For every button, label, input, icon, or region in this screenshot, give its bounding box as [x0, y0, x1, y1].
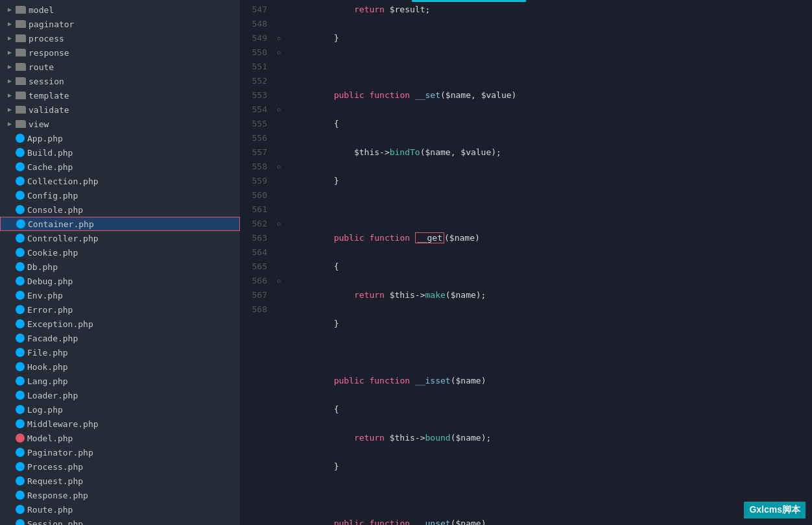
fold-arrow[interactable]: ◇ [272, 217, 285, 231]
editor-topbar [240, 0, 812, 3]
code-line-550: public function __set($name, $value) [293, 88, 812, 103]
sidebar-item-route[interactable]: route [0, 60, 240, 74]
line-num: 558 [240, 160, 267, 174]
sidebar-item-error-php[interactable]: Error.php [0, 302, 240, 317]
sidebar-item-build-php[interactable]: Build.php [0, 145, 240, 160]
sidebar-item-process[interactable]: process [0, 31, 240, 45]
sidebar-item-paginator-php[interactable]: Paginator.php [0, 445, 240, 459]
line-num: 559 [240, 174, 267, 188]
line-num: 547 [240, 3, 267, 17]
code-line-548: } [293, 31, 812, 45]
line-num: 560 [240, 188, 267, 202]
file-icon [16, 376, 25, 385]
fold-arrow[interactable]: ◇ [272, 160, 285, 174]
sidebar-item-cookie-php[interactable]: Cookie.php [0, 245, 240, 260]
sidebar-item-template[interactable]: template [0, 88, 240, 103]
sidebar-item-process-php[interactable]: Process.php [0, 459, 240, 474]
line-num: 553 [240, 88, 267, 103]
sidebar-item-debug-php[interactable]: Debug.php [0, 274, 240, 288]
sidebar-item-session-php[interactable]: Session.php [0, 517, 240, 525]
sidebar-item-exception-php[interactable]: Exception.php [0, 317, 240, 331]
line-num: 551 [240, 60, 267, 74]
sidebar-item-label: Model.php [27, 433, 73, 443]
sidebar-item-label: response [29, 48, 69, 58]
expand-arrow [5, 62, 14, 71]
sidebar-item-container-php[interactable]: Container.php [0, 217, 240, 231]
line-num: 566 [240, 274, 267, 288]
fold-arrow[interactable]: ◇ [272, 103, 285, 117]
sidebar-item-label: Controller.php [27, 234, 99, 243]
sidebar-item-cache-php[interactable]: Cache.php [0, 160, 240, 174]
sidebar-item-controller-php[interactable]: Controller.php [0, 231, 240, 245]
file-icon [16, 291, 25, 300]
sidebar-item-model-php[interactable]: Model.php [0, 431, 240, 445]
sidebar-item-label: Error.php [27, 305, 73, 315]
file-icon [16, 177, 25, 186]
sidebar-item-label: Request.php [27, 476, 83, 486]
sidebar-item-log-php[interactable]: Log.php [0, 402, 240, 417]
fold-arrow[interactable]: ◇ [272, 31, 285, 45]
sidebar-item-label: session [29, 77, 64, 86]
file-icon [16, 448, 25, 457]
sidebar-item-db-php[interactable]: Db.php [0, 260, 240, 274]
sidebar-item-label: paginator [29, 19, 74, 29]
sidebar-item-validate[interactable]: validate [0, 103, 240, 117]
file-icon [16, 362, 25, 371]
sidebar-item-label: model [29, 5, 54, 15]
sidebar-item-app-php[interactable]: App.php [0, 131, 240, 145]
sidebar-item-label: process [29, 34, 64, 43]
code-line-549 [293, 60, 812, 74]
fold-arrow[interactable]: ◇ [272, 45, 285, 60]
sidebar-item-label: Hook.php [27, 362, 68, 372]
folder-icon [16, 20, 26, 28]
sidebar-item-label: validate [29, 105, 69, 115]
sidebar-item-hook-php[interactable]: Hook.php [0, 360, 240, 374]
sidebar-item-session[interactable]: session [0, 74, 240, 88]
sidebar-item-label: route [29, 62, 54, 72]
code-editor: 547 548 549 550 551 552 553 554 555 556 … [240, 0, 812, 525]
code-line-559 [293, 345, 812, 360]
sidebar-item-config-php[interactable]: Config.php [0, 188, 240, 202]
sidebar-item-label: Collection.php [27, 177, 99, 186]
sidebar-item-middleware-php[interactable]: Middleware.php [0, 417, 240, 431]
sidebar-item-env-php[interactable]: Env.php [0, 288, 240, 302]
sidebar-item-label: Cache.php [27, 162, 73, 172]
sidebar-item-route-php[interactable]: Route.php [0, 502, 240, 517]
file-icon [16, 334, 25, 343]
sidebar-item-paginator[interactable]: paginator [0, 17, 240, 31]
code-line-554 [293, 202, 812, 217]
line-num: 556 [240, 131, 267, 145]
sidebar-item-view[interactable]: view [0, 117, 240, 131]
fold-arrow[interactable]: ◇ [272, 274, 285, 288]
line-num: 568 [240, 302, 267, 317]
sidebar-item-label: Log.php [27, 405, 63, 415]
code-content[interactable]: return $result; } public function __set(… [288, 3, 812, 525]
sidebar-item-file-php[interactable]: File.php [0, 345, 240, 360]
code-line-564 [293, 488, 812, 502]
sidebar-item-request-php[interactable]: Request.php [0, 474, 240, 488]
folder-icon [16, 49, 26, 56]
sidebar-item-label: File.php [27, 348, 68, 358]
code-line-560: public function __isset($name) [293, 374, 812, 388]
sidebar-item-label: Exception.php [27, 319, 93, 329]
code-gutter: ◇ ◇ ◇ ◇ ◇ ◇ [272, 3, 288, 525]
code-line-556: { [293, 260, 812, 274]
file-icon [16, 348, 25, 357]
line-num: 550 [240, 45, 267, 60]
file-icon [16, 262, 25, 271]
file-icon [16, 134, 25, 143]
sidebar-item-response[interactable]: response [0, 45, 240, 60]
line-num: 548 [240, 17, 267, 31]
expand-arrow [5, 77, 14, 86]
sidebar-item-facade-php[interactable]: Facade.php [0, 331, 240, 345]
sidebar-item-collection-php[interactable]: Collection.php [0, 174, 240, 188]
sidebar-item-loader-php[interactable]: Loader.php [0, 388, 240, 402]
line-num: 552 [240, 74, 267, 88]
folder-icon [16, 63, 26, 71]
sidebar-item-console-php[interactable]: Console.php [0, 202, 240, 217]
expand-arrow [5, 119, 14, 128]
sidebar-item-model[interactable]: model [0, 3, 240, 17]
sidebar-item-lang-php[interactable]: Lang.php [0, 374, 240, 388]
sidebar-item-response-php[interactable]: Response.php [0, 488, 240, 502]
code-area[interactable]: 547 548 549 550 551 552 553 554 555 556 … [240, 3, 812, 525]
